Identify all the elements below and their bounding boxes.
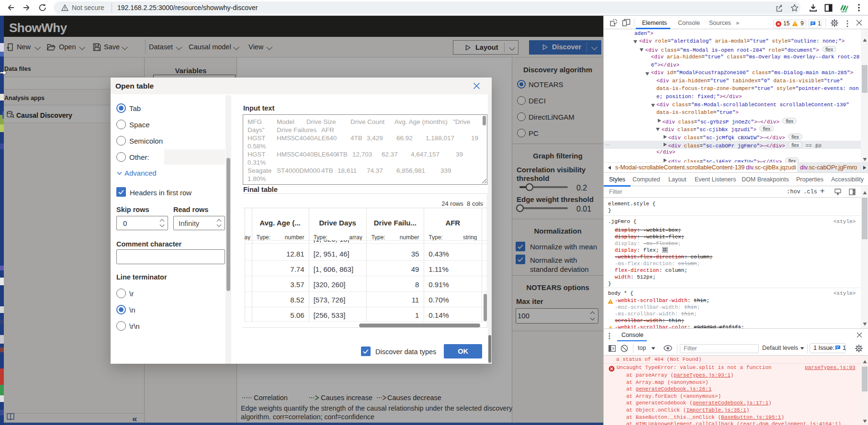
svg-text:'assi': 'assi' (841, 10, 847, 13)
